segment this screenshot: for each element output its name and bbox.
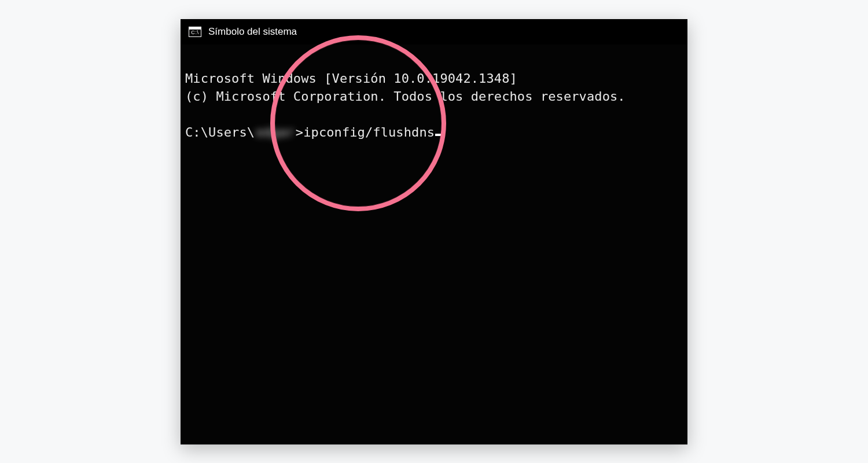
command-prompt-window[interactable]: C:\ Símbolo del sistema Microsoft Window… [181,19,687,444]
version-line: Microsoft Windows [Versión 10.0.19042.13… [185,71,517,86]
text-cursor [435,134,443,136]
copyright-line: (c) Microsoft Corporation. Todos los der… [185,89,626,104]
prompt-line[interactable]: C:\Users\edgar>ipconfig/flushdns [185,123,683,141]
prompt-suffix: > [296,123,303,141]
terminal-output[interactable]: Microsoft Windows [Versión 10.0.19042.13… [181,45,687,183]
page-stage: C:\ Símbolo del sistema Microsoft Window… [0,0,868,463]
window-title-bar[interactable]: C:\ Símbolo del sistema [181,19,687,45]
window-title: Símbolo del sistema [208,26,297,38]
typed-command[interactable]: ipconfig/flushdns [303,123,435,141]
prompt-username-blurred: edgar [256,123,295,141]
command-prompt-icon: C:\ [189,27,201,37]
prompt-path-prefix: C:\Users\ [185,123,255,141]
